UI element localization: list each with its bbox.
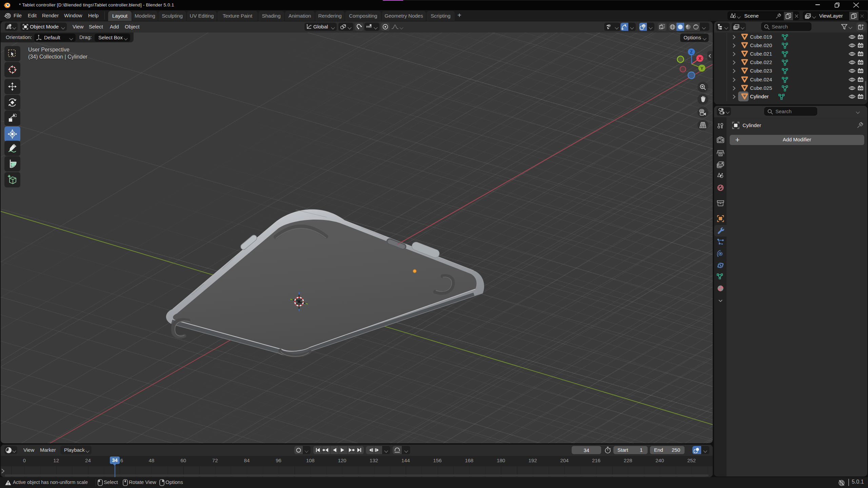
svg-text:X: X (698, 56, 702, 61)
svg-text:Y: Y (701, 66, 704, 71)
svg-text:Z: Z (690, 49, 693, 55)
